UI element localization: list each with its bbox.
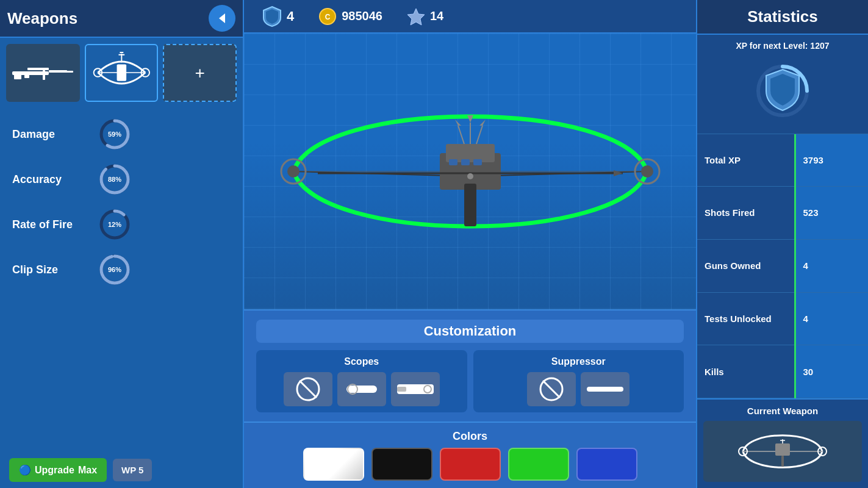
svg-rect-45 (449, 159, 457, 165)
stat-label-accuracy: Accuracy (12, 173, 98, 186)
stats-table: Total XP 3793 Shots Fired 523 Guns Owned… (697, 134, 868, 398)
shield-level-display (705, 54, 861, 127)
svg-line-41 (476, 126, 482, 144)
current-weapon-section: Current Weapon (697, 398, 868, 488)
scope-large-option[interactable] (391, 372, 440, 406)
stat-label-damage: Damage (12, 128, 98, 141)
scope-small-option[interactable] (337, 372, 386, 406)
stats-label-tests-unlocked: Tests Unlocked (697, 292, 795, 345)
stats-label-kills: Kills (697, 345, 795, 398)
wp-badge: WP 5 (113, 459, 152, 481)
svg-point-48 (467, 173, 473, 179)
stats-header: Statistics (697, 0, 868, 35)
stats-row-kills: Kills 30 (697, 345, 868, 398)
colors-section: Colors (244, 422, 696, 488)
stat-value-rate-of-fire: 12% (108, 221, 121, 228)
large-scope-icon (394, 376, 437, 403)
svg-marker-0 (219, 13, 225, 23)
stats-label-guns-owned: Guns Owned (697, 239, 795, 292)
svg-marker-44 (479, 120, 486, 126)
stats-row-tests-unlocked: Tests Unlocked 4 (697, 292, 868, 345)
weapons-header: Weapons (0, 0, 243, 38)
crossbow-main-display (257, 86, 684, 257)
max-label: Max (78, 465, 97, 476)
stats-row-shots-fired: Shots Fired 523 (697, 187, 868, 240)
suppressor-small-option[interactable] (581, 372, 629, 406)
small-scope-icon (343, 376, 380, 403)
stats-row-guns-owned: Guns Owned 4 (697, 239, 868, 292)
weapon-thumbnails: + (0, 38, 243, 108)
svg-rect-6 (24, 74, 29, 78)
stats-value-guns-owned: 4 (795, 239, 868, 292)
weapon-stats-section: Damage 59% Accuracy 88% Rate of Fi (0, 108, 243, 452)
weapons-title: Weapons (7, 9, 77, 28)
svg-rect-32 (464, 184, 476, 226)
stats-value-shots-fired: 523 (795, 187, 868, 240)
svg-rect-4 (49, 70, 67, 73)
svg-rect-58 (587, 387, 623, 392)
svg-text:C: C (325, 13, 331, 21)
color-black[interactable] (371, 448, 432, 481)
weapon-display (244, 34, 696, 309)
svg-rect-67 (781, 456, 784, 467)
stat-circle-accuracy: 88% (98, 162, 132, 196)
back-button[interactable] (209, 5, 235, 32)
suppressor-group: Suppressor (473, 350, 684, 412)
stat-value-damage: 59% (108, 131, 121, 138)
left-sidebar: Weapons (0, 0, 244, 488)
color-red[interactable] (440, 448, 501, 481)
stats-value-tests-unlocked: 4 (795, 292, 868, 345)
weapon-thumb-crossbow[interactable] (85, 44, 159, 102)
svg-rect-3 (43, 70, 45, 80)
suppressor-options (479, 372, 678, 406)
level-stat: 4 (262, 5, 294, 27)
scopes-group: Scopes (256, 350, 467, 412)
stat-value-accuracy: 88% (108, 176, 121, 183)
level-shield-icon (262, 5, 282, 27)
stat-label-rate-of-fire: Rate of Fire (12, 218, 98, 231)
svg-point-7 (13, 71, 17, 75)
stat-row-rate-of-fire: Rate of Fire 12% (12, 207, 231, 242)
svg-rect-62 (775, 443, 790, 456)
stats-value-total-xp: 3793 (795, 134, 868, 187)
top-bar: 4 C 985046 14 (244, 0, 696, 34)
stats-title: Statistics (747, 7, 818, 26)
stats-label-total-xp: Total XP (697, 134, 795, 187)
stat-row-damage: Damage 59% (12, 117, 231, 151)
svg-marker-26 (407, 9, 425, 25)
suppressor-none-option[interactable] (527, 372, 576, 406)
svg-point-38 (641, 165, 653, 178)
main-area: 4 C 985046 14 (244, 0, 697, 488)
svg-rect-47 (473, 159, 482, 165)
bottom-buttons: 🔵 Upgrade Max WP 5 (0, 452, 243, 488)
stat-circle-clip-size: 96% (98, 253, 132, 287)
upgrade-label: Upgrade (35, 465, 74, 476)
color-white[interactable] (303, 448, 364, 481)
svg-line-39 (458, 126, 464, 144)
svg-rect-8 (66, 71, 73, 73)
upgrade-button[interactable]: 🔵 Upgrade Max (9, 458, 107, 482)
scope-none-option[interactable] (284, 372, 332, 406)
current-weapon-display (703, 421, 862, 482)
color-options (256, 448, 684, 481)
svg-rect-2 (27, 68, 49, 70)
scopes-options (262, 372, 461, 406)
stat-circle-rate-of-fire: 12% (98, 207, 132, 242)
svg-rect-54 (397, 387, 406, 392)
customization-rows: Scopes (256, 350, 684, 412)
svg-line-57 (543, 381, 560, 398)
stats-value-kills: 30 (795, 345, 868, 398)
weapon-thumb-ak47[interactable] (6, 44, 80, 102)
back-arrow-icon (215, 12, 229, 25)
level-value: 4 (287, 9, 294, 24)
stat-circle-damage: 59% (98, 117, 132, 151)
current-weapon-icon (734, 424, 831, 479)
weapon-thumb-more[interactable]: + (163, 44, 237, 102)
stats-row-total-xp: Total XP 3793 (697, 134, 868, 187)
customization-section: Customization Scopes (244, 309, 696, 422)
color-blue[interactable] (576, 448, 637, 481)
stars-stat: 14 (407, 7, 443, 26)
ak47-weapon-icon (9, 58, 76, 88)
stat-label-clip-size: Clip Size (12, 264, 98, 276)
color-green[interactable] (508, 448, 569, 481)
